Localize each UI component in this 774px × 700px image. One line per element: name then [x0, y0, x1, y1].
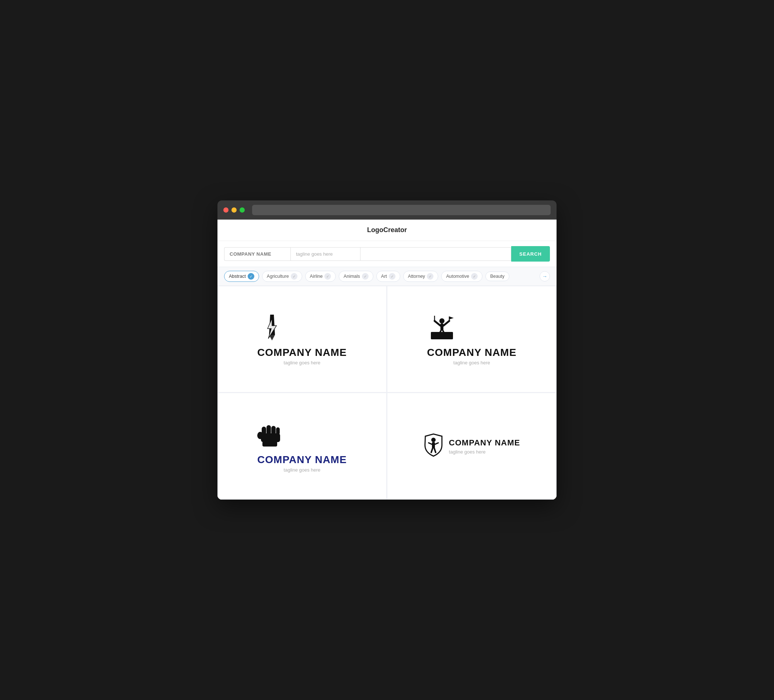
chip-label-airline: Airline: [310, 274, 323, 279]
logo-4-text: COMPANY NAME tagline goes here: [449, 438, 520, 455]
logo-4-company-name: COMPANY NAME: [449, 438, 520, 447]
chip-check-animals: ✓: [362, 273, 369, 280]
logo-inner-3: COMPANY NAME tagline goes here: [257, 420, 347, 473]
keyword-input[interactable]: [361, 247, 511, 261]
chip-check-automotive: ✓: [471, 273, 478, 280]
chip-check-airline: ✓: [324, 273, 331, 280]
svg-point-21: [431, 438, 436, 442]
category-bar: Abstract ✓ Agriculture ✓ Airline ✓ Anima…: [217, 267, 557, 286]
category-chip-animals[interactable]: Animals ✓: [339, 271, 373, 282]
lightning-pencil-icon: [257, 313, 347, 342]
search-button[interactable]: SEARCH: [511, 246, 550, 262]
app-content: LogoCreator SEARCH Abstract ✓ Agricultur…: [217, 220, 557, 500]
search-bar: SEARCH: [217, 241, 557, 267]
logo-3-tagline: tagline goes here: [257, 467, 347, 473]
tagline-input[interactable]: [290, 247, 361, 261]
logo-card-4[interactable]: COMPANY NAME tagline goes here: [387, 393, 557, 500]
logo-3-company-name: COMPANY NAME: [257, 454, 347, 466]
category-chip-airline[interactable]: Airline ✓: [305, 271, 336, 282]
logo-card-2[interactable]: COMPANY NAME tagline goes here: [387, 286, 557, 393]
category-chip-automotive[interactable]: Automotive ✓: [441, 271, 483, 282]
app-title: LogoCreator: [367, 226, 407, 234]
traffic-light-red[interactable]: [223, 207, 228, 213]
chip-label-agriculture: Agriculture: [267, 274, 289, 279]
category-chip-beauty[interactable]: Beauty: [485, 272, 509, 281]
svg-line-26: [434, 448, 436, 452]
chip-check-attorney: ✓: [427, 273, 433, 280]
chip-check-agriculture: ✓: [291, 273, 298, 280]
svg-line-24: [435, 443, 438, 444]
chip-check-abstract: ✓: [248, 273, 254, 280]
logo-1-company-name: COMPANY NAME: [257, 347, 347, 358]
categories-next-button[interactable]: →: [539, 271, 550, 281]
category-chip-agriculture[interactable]: Agriculture ✓: [262, 271, 302, 282]
svg-line-25: [431, 448, 433, 452]
logo-card-1[interactable]: COMPANY NAME tagline goes here: [217, 286, 387, 393]
logo-2-tagline: tagline goes here: [427, 360, 517, 365]
chip-label-art: Art: [381, 274, 387, 279]
svg-point-19: [257, 432, 263, 439]
svg-rect-18: [261, 433, 280, 442]
svg-marker-10: [449, 317, 454, 319]
chip-label-abstract: Abstract: [229, 274, 246, 279]
chip-check-art: ✓: [389, 273, 395, 280]
logo-inner-1: COMPANY NAME tagline goes here: [257, 313, 347, 365]
logo-1-tagline: tagline goes here: [257, 360, 347, 365]
logo-inner-4: COMPANY NAME tagline goes here: [423, 433, 520, 459]
category-chip-abstract[interactable]: Abstract ✓: [224, 271, 259, 282]
logo-card-3[interactable]: COMPANY NAME tagline goes here: [217, 393, 387, 500]
shield-person-icon: [423, 433, 444, 459]
svg-rect-20: [263, 441, 277, 447]
fist-icon: [257, 420, 347, 449]
victory-figure-icon: [427, 313, 517, 342]
logo-4-tagline: tagline goes here: [449, 449, 520, 455]
chip-label-animals: Animals: [344, 274, 360, 279]
logo-grid: COMPANY NAME tagline goes here: [217, 286, 557, 500]
category-chip-art[interactable]: Art ✓: [376, 271, 400, 282]
traffic-light-yellow[interactable]: [232, 207, 237, 213]
browser-window: LogoCreator SEARCH Abstract ✓ Agricultur…: [217, 200, 557, 500]
chip-label-beauty: Beauty: [490, 274, 504, 279]
svg-rect-4: [431, 332, 453, 339]
browser-titlebar: [217, 200, 557, 220]
traffic-light-green[interactable]: [240, 207, 245, 213]
company-name-input[interactable]: [224, 247, 290, 261]
svg-line-23: [428, 443, 432, 444]
app-header: LogoCreator: [217, 220, 557, 241]
url-bar[interactable]: [252, 205, 551, 215]
category-chip-attorney[interactable]: Attorney ✓: [403, 271, 438, 282]
logo-inner-2: COMPANY NAME tagline goes here: [427, 313, 517, 365]
chip-label-automotive: Automotive: [446, 274, 469, 279]
svg-rect-6: [440, 324, 443, 330]
logo-2-company-name: COMPANY NAME: [427, 347, 517, 358]
chip-label-attorney: Attorney: [408, 274, 425, 279]
svg-rect-22: [432, 442, 435, 448]
svg-point-5: [439, 318, 445, 324]
